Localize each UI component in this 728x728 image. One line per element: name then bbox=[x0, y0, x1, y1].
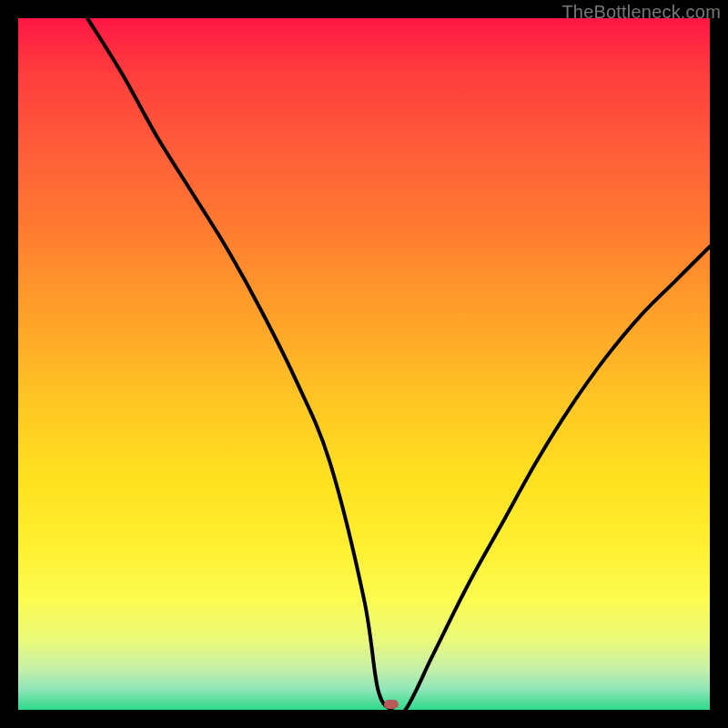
bottleneck-curve bbox=[18, 18, 710, 710]
minimum-marker bbox=[384, 700, 399, 709]
watermark-text: TheBottleneck.com bbox=[561, 2, 721, 23]
chart-frame: TheBottleneck.com bbox=[0, 0, 728, 728]
plot-area bbox=[18, 18, 710, 710]
